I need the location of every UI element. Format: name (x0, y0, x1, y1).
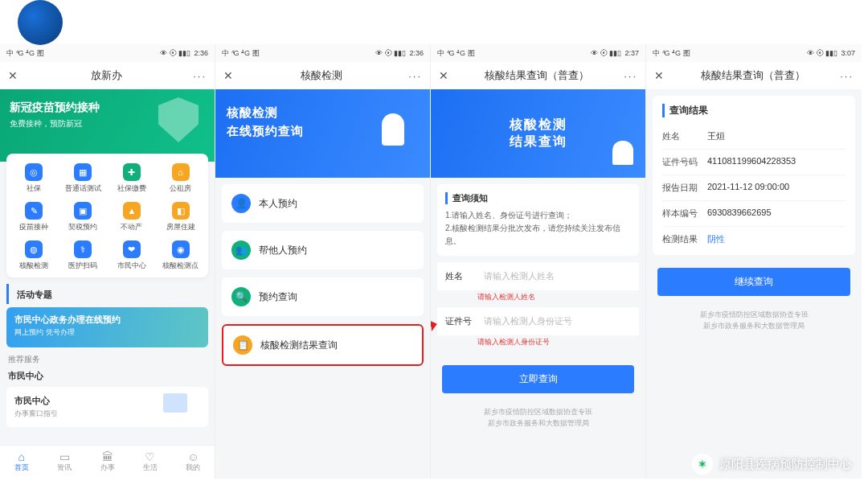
result-row-样本编号: 样本编号6930839662695 (662, 201, 845, 227)
tab-icon: ⌂ (18, 451, 24, 462)
tab-icon: ☺ (187, 451, 199, 462)
grid-item-label: 医护扫码 (68, 261, 97, 271)
status-signal: 中 ⁴G ⁴G 图 (6, 48, 44, 59)
more-icon[interactable]: ··· (624, 70, 637, 82)
banner-line1: 核酸检测 (510, 117, 567, 134)
query-button[interactable]: 立即查询 (442, 365, 634, 393)
grid-item-icon: ▣ (74, 202, 92, 220)
citizen-center-card[interactable]: 市民中心 办事窗口指引 (6, 387, 208, 427)
grid-item-label: 市民中心 (117, 261, 146, 271)
tab-label: 资讯 (57, 462, 72, 473)
status-bar: 中 ⁴G ⁴G 图 👁 🖸 ▮▮▯ 2:36 (215, 44, 430, 62)
result-value: 411081199604228353 (707, 156, 796, 168)
close-icon[interactable]: ✕ (223, 69, 235, 82)
grid-item-普通话测试[interactable]: ▦普通话测试 (59, 160, 108, 197)
tab-bar: ⌂首页▭资讯🏛办事♡生活☺我的 (0, 445, 215, 479)
result-value: 6930839662695 (707, 208, 772, 220)
grid-item-label: 社保缴费 (117, 183, 146, 194)
grid-item-label: 核酸检测 (19, 261, 48, 271)
tab-办事[interactable]: 🏛办事 (86, 446, 129, 479)
menu-row-预约查询[interactable]: 🔍预约查询 (222, 277, 424, 316)
menu-row-核酸检测结果查询[interactable]: 📋核酸检测结果查询 (222, 324, 424, 366)
result-key: 样本编号 (662, 208, 707, 220)
grid-item-公租房[interactable]: ⌂公租房 (156, 160, 205, 197)
grid-item-icon: ◧ (172, 202, 190, 220)
notice-line2: 2.核酸检测结果分批次发布，请您持续关注发布信息。 (445, 222, 631, 248)
tab-生活[interactable]: ♡生活 (129, 446, 171, 479)
grid-item-疫苗接种[interactable]: ✎疫苗接种 (10, 199, 59, 236)
notice-title: 查询须知 (445, 192, 631, 204)
nav-bar: ✕ 放新办 ··· (0, 62, 215, 89)
close-icon[interactable]: ✕ (654, 69, 665, 82)
more-icon[interactable]: ··· (408, 70, 422, 82)
grid-item-icon: ✚ (123, 163, 141, 181)
name-input[interactable]: 请输入检测人姓名 (484, 270, 631, 282)
more-icon[interactable]: ··· (840, 70, 854, 82)
wechat-account-name: 原阳县疾病预防控制中心 (719, 457, 852, 472)
status-signal: 中 ⁴G ⁴G 图 (437, 48, 475, 59)
grid-item-核酸检测点[interactable]: ◉核酸检测点 (156, 237, 205, 274)
tab-首页[interactable]: ⌂首页 (0, 446, 43, 479)
status-time: 👁 🖸 ▮▮▯ 2:36 (160, 49, 208, 57)
tab-label: 首页 (14, 462, 29, 473)
wechat-attribution: ✶ 原阳县疾病预防控制中心 (692, 454, 852, 475)
close-icon[interactable]: ✕ (8, 69, 19, 82)
grid-item-icon: ▲ (123, 202, 141, 220)
id-label: 证件号 (445, 315, 476, 327)
vaccine-banner[interactable]: 新冠疫苗预约接种 免费接种，预防新冠 (0, 89, 215, 162)
page-title: 核酸结果查询（普查） (665, 68, 840, 83)
status-signal: 中 ⁴G ⁴G 图 (653, 48, 690, 59)
tab-资讯[interactable]: ▭资讯 (43, 446, 85, 479)
result-row-姓名: 姓名王烜 (662, 124, 845, 150)
promo-card[interactable]: 市民中心政务办理在线预约 网上预约 凭号办理 (6, 307, 208, 347)
status-time: 👁 🖸 ▮▮▯ 2:37 (591, 49, 639, 57)
grid-item-医护扫码[interactable]: ⚕医护扫码 (59, 237, 108, 274)
tab-icon: 🏛 (102, 451, 113, 462)
page-title: 放新办 (19, 68, 193, 83)
grid-item-社保[interactable]: ◎社保 (10, 160, 59, 197)
grid-item-不动产[interactable]: ▲不动产 (108, 199, 157, 236)
footer-org: 新乡市疫情防控区域数据协查专班 新乡市政务服务和大数据管理局 (431, 406, 645, 429)
status-bar: 中 ⁴G ⁴G 图 👁 🖸 ▮▮▯ 2:36 (0, 44, 215, 62)
menu-row-帮他人预约[interactable]: 👥帮他人预约 (222, 231, 424, 269)
tab-我的[interactable]: ☺我的 (172, 446, 215, 479)
grid-item-社保缴费[interactable]: ✚社保缴费 (108, 160, 157, 197)
status-time: 👁 🖸 ▮▮▯ 2:36 (375, 49, 424, 57)
page-title: 核酸结果查询（普查） (450, 68, 624, 83)
id-error: 请输入检测人身份证号 (431, 337, 645, 352)
grid-item-市民中心[interactable]: ❤市民中心 (108, 237, 157, 274)
grid-item-契税预约[interactable]: ▣契税预约 (59, 199, 108, 236)
notice-card: 查询须知 1.请输入姓名、身份证号进行查询； 2.核酸检测结果分批次发布，请您持… (437, 184, 639, 256)
menu-list: 👤本人预约👥帮他人预约🔍预约查询📋核酸检测结果查询 (215, 178, 430, 380)
name-field-row: 姓名 请输入检测人姓名 (437, 262, 639, 290)
grid-item-label: 契税预约 (68, 222, 97, 232)
grid-item-icon: ◍ (25, 240, 43, 258)
row-icon: 📋 (233, 335, 252, 355)
grid-item-房屋住建[interactable]: ◧房屋住建 (156, 199, 205, 236)
row-label: 本人预约 (259, 197, 297, 211)
screen-query-result: 中 ⁴G ⁴G 图 👁 🖸 ▮▮▯ 3:07 ✕ 核酸结果查询（普查） ··· … (646, 44, 862, 479)
grid-item-label: 疫苗接种 (19, 222, 48, 232)
nav-bar: ✕ 核酸结果查询（普查） ··· (646, 62, 862, 89)
row-icon: 🔍 (231, 287, 251, 306)
more-icon[interactable]: ··· (193, 70, 207, 82)
section-activity: 活动专题 (6, 284, 215, 304)
card-subtitle: 办事窗口指引 (14, 409, 58, 419)
grid-item-icon: ⚕ (74, 240, 92, 258)
grid-item-icon: ◎ (25, 163, 43, 181)
nav-bar: ✕ 核酸结果查询（普查） ··· (431, 62, 645, 89)
menu-row-本人预约[interactable]: 👤本人预约 (222, 184, 424, 223)
result-title: 查询结果 (662, 104, 845, 117)
query-banner: 核酸检测 结果查询 (431, 89, 645, 178)
notice-line1: 1.请输入姓名、身份证号进行查询； (445, 209, 631, 222)
close-icon[interactable]: ✕ (439, 69, 450, 82)
services-grid-card: ◎社保▦普通话测试✚社保缴费⌂公租房✎疫苗接种▣契税预约▲不动产◧房屋住建◍核酸… (6, 154, 208, 277)
grid-item-核酸检测[interactable]: ◍核酸检测 (10, 237, 59, 274)
tab-label: 我的 (186, 462, 200, 473)
continue-query-button[interactable]: 继续查询 (657, 268, 850, 296)
result-card: 查询结果 姓名王烜证件号码411081199604228353报告日期2021-… (653, 96, 855, 255)
name-label: 姓名 (445, 270, 476, 282)
id-input[interactable]: 请输入检测人身份证号 (484, 315, 631, 327)
row-label: 帮他人预约 (259, 244, 307, 257)
screen-query-form: ➚ 中 ⁴G ⁴G 图 👁 🖸 ▮▮▯ 2:37 ✕ 核酸结果查询（普查） ··… (431, 44, 646, 479)
